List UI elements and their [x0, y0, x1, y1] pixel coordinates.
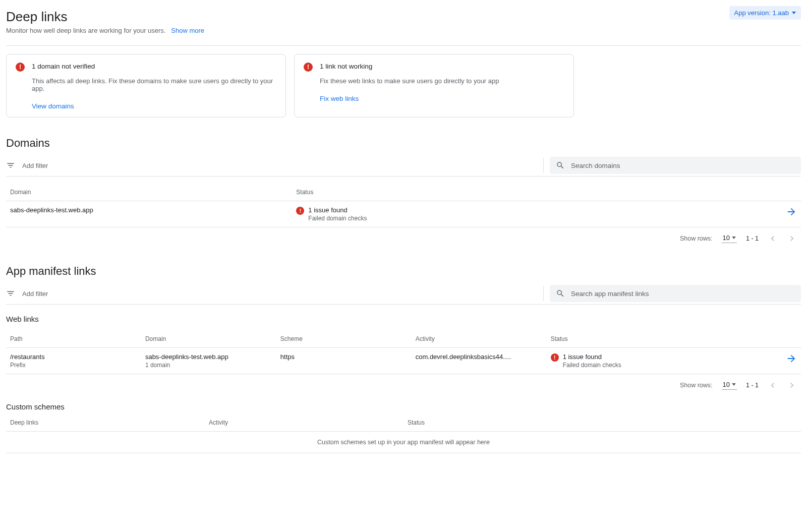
column-header-status[interactable]: Status — [404, 414, 801, 432]
rows-value: 10 — [723, 234, 730, 242]
activity-value: com.devrel.deeplinksbasics44.MainA… — [416, 353, 516, 361]
app-version-label: App version: 1.aab — [734, 9, 789, 17]
app-version-dropdown[interactable]: App version: 1.aab — [729, 6, 801, 20]
status-cell: ! 1 issue found Failed domain checks — [551, 353, 777, 369]
page-range: 1 - 1 — [746, 382, 759, 389]
weblinks-title: Web links — [6, 315, 801, 323]
column-header-scheme[interactable]: Scheme — [276, 330, 412, 348]
domains-section-title: Domains — [6, 137, 801, 150]
status-cell: ! 1 issue found Failed domain checks — [296, 206, 777, 222]
domains-pagination: Show rows: 10 1 - 1 — [6, 227, 801, 246]
scheme-value: https — [276, 348, 412, 374]
add-filter-label: Add filter — [22, 290, 48, 298]
column-header-path[interactable]: Path — [6, 330, 141, 348]
show-rows-label: Show rows: — [680, 382, 713, 389]
domain-cell: sabs-deeplinks-test.web.app — [6, 201, 292, 227]
error-icon: ! — [551, 353, 559, 362]
alert-card-link: ! 1 link not working Fix these web links… — [294, 54, 574, 117]
path-subtext: Prefix — [10, 362, 137, 369]
manifest-section-title: App manifest links — [6, 265, 801, 278]
page-title: Deep links — [6, 9, 204, 25]
weblinks-table: Path Domain Scheme Activity Status /rest… — [6, 330, 801, 374]
chevron-right-icon[interactable] — [787, 233, 797, 244]
show-more-link[interactable]: Show more — [171, 27, 204, 34]
domains-search-input[interactable] — [570, 161, 795, 170]
column-header-activity[interactable]: Activity — [205, 414, 404, 432]
domain-value: sabs-deeplinks-test.web.app — [145, 353, 272, 361]
chevron-right-icon[interactable] — [787, 380, 797, 390]
manifest-search-box[interactable] — [550, 285, 801, 302]
domains-search-box[interactable] — [550, 157, 801, 174]
error-icon: ! — [304, 63, 313, 72]
domains-table: Domain Status sabs-deeplinks-test.web.ap… — [6, 184, 801, 227]
status-subtext: Failed domain checks — [563, 362, 621, 369]
manifest-search-input[interactable] — [570, 289, 795, 298]
domain-subtext: 1 domain — [145, 362, 272, 369]
error-icon: ! — [16, 63, 25, 72]
filter-icon — [6, 161, 15, 170]
alert-description: This affects all deep links. Fix these d… — [32, 77, 276, 92]
alert-title: 1 domain not verified — [32, 63, 276, 70]
add-filter-label: Add filter — [22, 162, 48, 169]
chevron-down-icon — [792, 12, 796, 14]
chevron-down-icon — [732, 237, 736, 239]
alert-card-domain: ! 1 domain not verified This affects all… — [6, 54, 286, 117]
custom-schemes-title: Custom schemes — [6, 402, 801, 411]
chevron-left-icon[interactable] — [768, 233, 778, 244]
custom-schemes-empty-message: Custom schemes set up in your app manife… — [6, 432, 801, 453]
status-subtext: Failed domain checks — [308, 215, 367, 222]
fix-weblinks-link[interactable]: Fix web links — [320, 95, 564, 102]
divider — [6, 45, 801, 46]
table-row[interactable]: /restaurants Prefix sabs-deeplinks-test.… — [6, 348, 801, 374]
filter-icon — [6, 289, 15, 298]
alert-description: Fix these web links to make sure users g… — [320, 77, 564, 85]
subtitle-text: Monitor how well deep links are working … — [6, 27, 165, 34]
column-header-domain[interactable]: Domain — [6, 184, 292, 201]
rows-value: 10 — [723, 381, 730, 388]
status-title: 1 issue found — [563, 353, 621, 361]
manifest-add-filter[interactable]: Add filter — [6, 286, 544, 301]
page-range: 1 - 1 — [746, 235, 759, 242]
weblinks-pagination: Show rows: 10 1 - 1 — [6, 374, 801, 392]
chevron-down-icon — [732, 383, 736, 386]
rows-per-page-select[interactable]: 10 — [722, 234, 737, 243]
chevron-left-icon[interactable] — [768, 380, 778, 390]
search-icon — [556, 289, 565, 298]
error-icon: ! — [296, 207, 304, 215]
page-subtitle: Monitor how well deep links are working … — [6, 27, 204, 34]
column-header-deeplinks[interactable]: Deep links — [6, 414, 205, 432]
rows-per-page-select[interactable]: 10 — [722, 381, 737, 390]
search-icon — [556, 161, 565, 170]
table-row[interactable]: sabs-deeplinks-test.web.app ! 1 issue fo… — [6, 201, 801, 227]
arrow-right-icon[interactable] — [786, 206, 797, 217]
column-header-status[interactable]: Status — [547, 330, 781, 348]
domains-add-filter[interactable]: Add filter — [6, 158, 544, 173]
column-header-domain[interactable]: Domain — [141, 330, 276, 348]
column-header-status[interactable]: Status — [292, 184, 781, 201]
show-rows-label: Show rows: — [680, 235, 713, 242]
view-domains-link[interactable]: View domains — [32, 102, 276, 110]
status-title: 1 issue found — [308, 206, 367, 214]
alert-title: 1 link not working — [320, 63, 564, 70]
path-value: /restaurants — [10, 353, 137, 361]
column-header-activity[interactable]: Activity — [412, 330, 547, 348]
custom-schemes-table: Deep links Activity Status — [6, 414, 801, 432]
arrow-right-icon[interactable] — [786, 353, 797, 364]
